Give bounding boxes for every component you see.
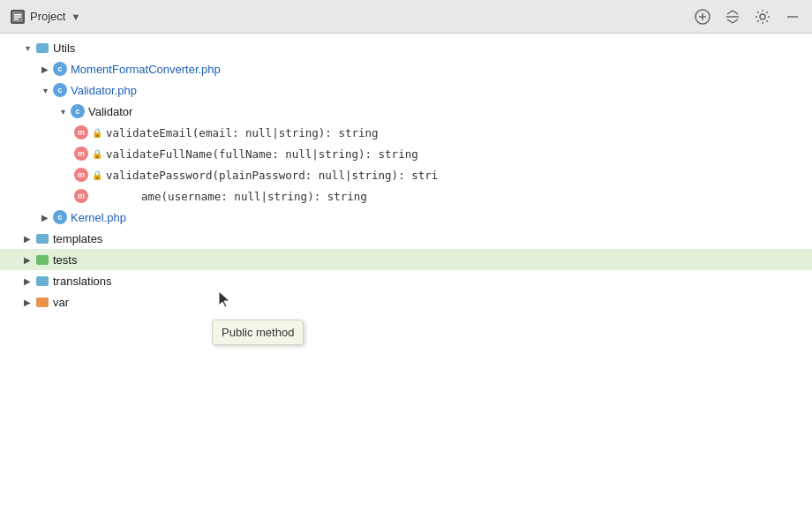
svg-rect-2 <box>14 16 21 18</box>
tree-item-moment[interactable]: ▶ c MomentFormatConverter.php <box>0 58 812 79</box>
tree-item-validator-php[interactable]: ▾ c Validator.php <box>0 79 812 101</box>
titlebar-title: Project <box>30 10 65 23</box>
folder-utils-icon <box>35 41 49 55</box>
toggle-moment[interactable]: ▶ <box>39 63 51 75</box>
settings-button[interactable] <box>754 8 771 26</box>
svg-rect-3 <box>14 19 19 20</box>
lock-email-icon: 🔒 <box>92 127 102 138</box>
toggle-var[interactable]: ▶ <box>21 296 34 308</box>
svg-line-8 <box>733 11 738 14</box>
tree-item-validate-username[interactable]: m ame(username: null|string): string <box>0 185 812 207</box>
toggle-templates[interactable]: ▶ <box>21 232 34 245</box>
tooltip-text: Public method <box>222 326 294 339</box>
class-badge-validator: c <box>71 104 85 118</box>
utils-label: Utils <box>53 41 75 55</box>
tests-label: tests <box>53 253 77 267</box>
validator-class-label: Validator <box>88 105 132 118</box>
svg-rect-1 <box>14 14 21 16</box>
tree-item-validate-fullname[interactable]: m 🔒 validateFullName(fullName: null|stri… <box>0 143 812 164</box>
titlebar-left: Project ▼ <box>11 10 80 24</box>
validate-email-label: validateEmail(email: null|string): strin… <box>106 126 379 139</box>
var-label: var <box>53 296 69 309</box>
tree-item-kernel[interactable]: ▶ c Kernel.php <box>0 207 812 228</box>
tree-item-validate-email[interactable]: m 🔒 validateEmail(email: null|string): s… <box>0 122 812 143</box>
class-badge-moment: c <box>53 62 67 76</box>
toggle-kernel[interactable]: ▶ <box>39 211 51 223</box>
tree-item-tests[interactable]: ▶ tests <box>0 249 812 270</box>
toggle-validator-php[interactable]: ▾ <box>39 84 51 96</box>
validate-fullname-label: validateFullName(fullName: null|string):… <box>106 147 418 161</box>
tree-item-templates[interactable]: ▶ templates <box>0 228 812 249</box>
toggle-validator-class[interactable]: ▾ <box>56 105 69 117</box>
project-icon <box>11 10 25 24</box>
toggle-translations[interactable]: ▶ <box>21 275 34 287</box>
validate-username-label: ame(username: null|string): string <box>141 190 367 203</box>
tree-item-var[interactable]: ▶ var <box>0 291 812 312</box>
project-window: Project ▼ <box>0 0 812 512</box>
lock-password-icon: 🔒 <box>92 169 102 180</box>
validator-php-label: Validator.php <box>71 84 137 97</box>
translations-label: translations <box>53 275 111 288</box>
folder-tests-icon <box>35 252 49 267</box>
method-badge-email: m <box>74 125 88 139</box>
tree-item-utils[interactable]: ▾ Utils <box>0 37 812 58</box>
class-badge-validator-php: c <box>53 83 67 97</box>
validate-password-label: validatePassword(plainPassword: null|str… <box>106 169 438 182</box>
titlebar: Project ▼ <box>0 0 812 34</box>
folder-var-icon <box>35 295 49 309</box>
templates-label: templates <box>53 232 102 245</box>
tree-item-translations[interactable]: ▶ translations <box>0 270 812 291</box>
method-badge-username: m <box>74 189 88 203</box>
toggle-tests[interactable]: ▶ <box>21 253 34 266</box>
lock-fullname-icon: 🔒 <box>92 148 102 159</box>
collapse-button[interactable] <box>724 8 741 26</box>
chevron-down-icon[interactable]: ▼ <box>71 11 80 22</box>
tooltip-public-method: Public method <box>212 320 304 345</box>
method-badge-fullname: m <box>74 147 88 161</box>
svg-line-7 <box>727 11 733 14</box>
project-tree: ▾ Utils ▶ c MomentFormatConverter.php ▾ … <box>0 34 812 512</box>
add-button[interactable] <box>694 8 711 26</box>
moment-label: MomentFormatConverter.php <box>71 63 221 76</box>
svg-line-10 <box>733 19 738 23</box>
folder-templates-icon <box>35 231 49 245</box>
folder-translations-icon <box>35 274 49 288</box>
kernel-label: Kernel.php <box>71 211 126 224</box>
titlebar-actions <box>694 8 801 26</box>
minimize-button[interactable] <box>784 8 801 26</box>
tree-item-validate-password[interactable]: m 🔒 validatePassword(plainPassword: null… <box>0 164 812 185</box>
toggle-utils[interactable]: ▾ <box>21 41 34 54</box>
svg-point-12 <box>760 14 765 19</box>
method-badge-password: m <box>74 168 88 182</box>
class-badge-kernel: c <box>53 210 67 224</box>
tree-item-validator-class[interactable]: ▾ c Validator <box>0 101 812 122</box>
svg-line-9 <box>727 19 733 23</box>
